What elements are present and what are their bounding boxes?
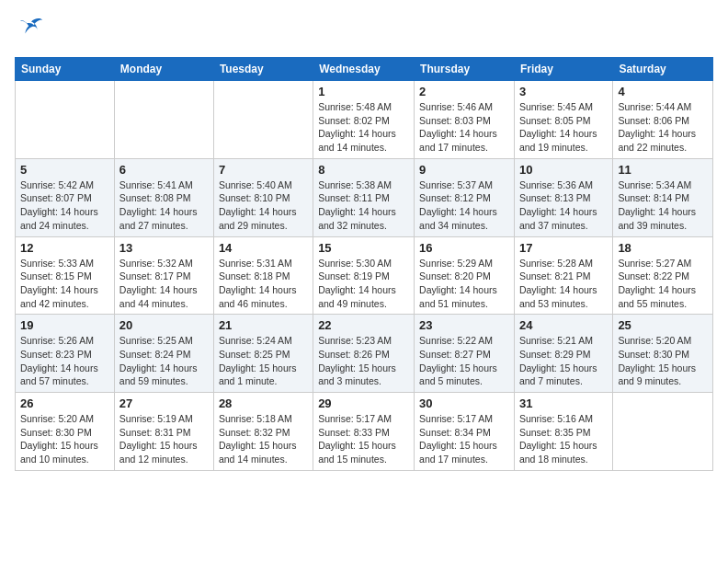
calendar-cell: 19Sunrise: 5:26 AM Sunset: 8:23 PM Dayli…: [16, 315, 115, 393]
day-info: Sunrise: 5:45 AM Sunset: 8:05 PM Dayligh…: [519, 100, 608, 155]
col-saturday: Saturday: [613, 58, 713, 81]
calendar-cell: 1Sunrise: 5:48 AM Sunset: 8:02 PM Daylig…: [313, 81, 415, 159]
day-info: Sunrise: 5:20 AM Sunset: 8:30 PM Dayligh…: [618, 334, 708, 388]
calendar-cell: 14Sunrise: 5:31 AM Sunset: 8:18 PM Dayli…: [213, 236, 313, 315]
col-wednesday: Wednesday: [313, 58, 415, 81]
calendar-cell: [213, 81, 313, 159]
calendar-cell: 11Sunrise: 5:34 AM Sunset: 8:14 PM Dayli…: [613, 158, 713, 236]
day-info: Sunrise: 5:32 AM Sunset: 8:17 PM Dayligh…: [119, 257, 209, 311]
page-header: [15, 15, 713, 46]
day-info: Sunrise: 5:26 AM Sunset: 8:23 PM Dayligh…: [20, 334, 109, 388]
calendar-cell: 30Sunrise: 5:17 AM Sunset: 8:34 PM Dayli…: [415, 393, 515, 471]
calendar-week-row: 1Sunrise: 5:48 AM Sunset: 8:02 PM Daylig…: [16, 81, 713, 159]
calendar-cell: 12Sunrise: 5:33 AM Sunset: 8:15 PM Dayli…: [16, 236, 115, 315]
day-number: 1: [318, 85, 409, 98]
day-info: Sunrise: 5:41 AM Sunset: 8:08 PM Dayligh…: [119, 178, 209, 233]
day-info: Sunrise: 5:18 AM Sunset: 8:32 PM Dayligh…: [219, 412, 308, 466]
day-number: 19: [20, 318, 109, 332]
day-info: Sunrise: 5:48 AM Sunset: 8:02 PM Dayligh…: [318, 100, 409, 155]
calendar-cell: 26Sunrise: 5:20 AM Sunset: 8:30 PM Dayli…: [16, 393, 115, 471]
day-number: 4: [618, 85, 708, 98]
calendar-cell: 27Sunrise: 5:19 AM Sunset: 8:31 PM Dayli…: [114, 393, 213, 471]
day-number: 18: [618, 241, 708, 255]
day-info: Sunrise: 5:33 AM Sunset: 8:15 PM Dayligh…: [20, 257, 109, 311]
day-info: Sunrise: 5:38 AM Sunset: 8:11 PM Dayligh…: [318, 178, 409, 233]
day-info: Sunrise: 5:44 AM Sunset: 8:06 PM Dayligh…: [618, 100, 708, 155]
calendar-cell: 21Sunrise: 5:24 AM Sunset: 8:25 PM Dayli…: [213, 315, 313, 393]
day-info: Sunrise: 5:24 AM Sunset: 8:25 PM Dayligh…: [219, 334, 308, 388]
calendar-cell: 22Sunrise: 5:23 AM Sunset: 8:26 PM Dayli…: [313, 315, 415, 393]
logo-bird-icon: [18, 15, 44, 40]
calendar-cell: 16Sunrise: 5:29 AM Sunset: 8:20 PM Dayli…: [415, 236, 515, 315]
day-info: Sunrise: 5:21 AM Sunset: 8:29 PM Dayligh…: [519, 334, 608, 388]
day-info: Sunrise: 5:25 AM Sunset: 8:24 PM Dayligh…: [119, 334, 209, 388]
col-friday: Friday: [514, 58, 612, 81]
day-number: 30: [419, 396, 509, 410]
day-info: Sunrise: 5:19 AM Sunset: 8:31 PM Dayligh…: [119, 412, 209, 466]
col-thursday: Thursday: [415, 58, 515, 81]
day-number: 25: [618, 318, 708, 332]
calendar-cell: 8Sunrise: 5:38 AM Sunset: 8:11 PM Daylig…: [313, 158, 415, 236]
day-number: 9: [419, 163, 509, 177]
day-number: 31: [519, 396, 608, 410]
day-number: 20: [119, 318, 209, 332]
calendar-cell: 25Sunrise: 5:20 AM Sunset: 8:30 PM Dayli…: [613, 315, 713, 393]
calendar-cell: 4Sunrise: 5:44 AM Sunset: 8:06 PM Daylig…: [613, 81, 713, 159]
day-number: 24: [519, 318, 608, 332]
day-number: 14: [219, 241, 308, 255]
day-number: 12: [20, 241, 109, 255]
calendar-cell: 6Sunrise: 5:41 AM Sunset: 8:08 PM Daylig…: [114, 158, 213, 236]
calendar-cell: 13Sunrise: 5:32 AM Sunset: 8:17 PM Dayli…: [114, 236, 213, 315]
calendar-cell: 10Sunrise: 5:36 AM Sunset: 8:13 PM Dayli…: [514, 158, 612, 236]
calendar-cell: 9Sunrise: 5:37 AM Sunset: 8:12 PM Daylig…: [415, 158, 515, 236]
day-info: Sunrise: 5:23 AM Sunset: 8:26 PM Dayligh…: [318, 334, 409, 388]
day-info: Sunrise: 5:27 AM Sunset: 8:22 PM Dayligh…: [618, 257, 708, 311]
day-number: 8: [318, 163, 409, 177]
col-tuesday: Tuesday: [213, 58, 313, 81]
day-number: 7: [219, 163, 308, 177]
calendar-cell: 24Sunrise: 5:21 AM Sunset: 8:29 PM Dayli…: [514, 315, 612, 393]
day-number: 10: [519, 163, 608, 177]
day-number: 28: [219, 396, 308, 410]
calendar-cell: 23Sunrise: 5:22 AM Sunset: 8:27 PM Dayli…: [415, 315, 515, 393]
calendar-cell: 5Sunrise: 5:42 AM Sunset: 8:07 PM Daylig…: [16, 158, 115, 236]
col-sunday: Sunday: [16, 58, 115, 81]
day-number: 16: [419, 241, 509, 255]
day-number: 27: [119, 396, 209, 410]
calendar-cell: 18Sunrise: 5:27 AM Sunset: 8:22 PM Dayli…: [613, 236, 713, 315]
day-number: 3: [519, 85, 608, 98]
day-info: Sunrise: 5:37 AM Sunset: 8:12 PM Dayligh…: [419, 178, 509, 233]
calendar-week-row: 26Sunrise: 5:20 AM Sunset: 8:30 PM Dayli…: [16, 393, 713, 471]
day-info: Sunrise: 5:31 AM Sunset: 8:18 PM Dayligh…: [219, 257, 308, 311]
day-info: Sunrise: 5:30 AM Sunset: 8:19 PM Dayligh…: [318, 257, 409, 311]
day-number: 29: [318, 396, 409, 410]
day-number: 13: [119, 241, 209, 255]
calendar-cell: 17Sunrise: 5:28 AM Sunset: 8:21 PM Dayli…: [514, 236, 612, 315]
header-row: Sunday Monday Tuesday Wednesday Thursday…: [16, 58, 713, 81]
calendar-cell: 3Sunrise: 5:45 AM Sunset: 8:05 PM Daylig…: [514, 81, 612, 159]
calendar-cell: 28Sunrise: 5:18 AM Sunset: 8:32 PM Dayli…: [213, 393, 313, 471]
col-monday: Monday: [114, 58, 213, 81]
calendar-cell: [613, 393, 713, 471]
day-info: Sunrise: 5:28 AM Sunset: 8:21 PM Dayligh…: [519, 257, 608, 311]
day-info: Sunrise: 5:20 AM Sunset: 8:30 PM Dayligh…: [20, 412, 109, 466]
calendar-cell: 2Sunrise: 5:46 AM Sunset: 8:03 PM Daylig…: [415, 81, 515, 159]
day-number: 2: [419, 85, 509, 98]
calendar-cell: [16, 81, 115, 159]
day-number: 21: [219, 318, 308, 332]
day-info: Sunrise: 5:36 AM Sunset: 8:13 PM Dayligh…: [519, 178, 608, 233]
calendar-cell: 15Sunrise: 5:30 AM Sunset: 8:19 PM Dayli…: [313, 236, 415, 315]
calendar-cell: [114, 81, 213, 159]
calendar-cell: 7Sunrise: 5:40 AM Sunset: 8:10 PM Daylig…: [213, 158, 313, 236]
calendar-week-row: 5Sunrise: 5:42 AM Sunset: 8:07 PM Daylig…: [16, 158, 713, 236]
day-number: 22: [318, 318, 409, 332]
calendar-week-row: 19Sunrise: 5:26 AM Sunset: 8:23 PM Dayli…: [16, 315, 713, 393]
day-number: 17: [519, 241, 608, 255]
day-info: Sunrise: 5:46 AM Sunset: 8:03 PM Dayligh…: [419, 100, 509, 155]
day-info: Sunrise: 5:16 AM Sunset: 8:35 PM Dayligh…: [519, 412, 608, 466]
calendar-cell: 29Sunrise: 5:17 AM Sunset: 8:33 PM Dayli…: [313, 393, 415, 471]
day-info: Sunrise: 5:40 AM Sunset: 8:10 PM Dayligh…: [219, 178, 308, 233]
day-info: Sunrise: 5:34 AM Sunset: 8:14 PM Dayligh…: [618, 178, 708, 233]
day-info: Sunrise: 5:29 AM Sunset: 8:20 PM Dayligh…: [419, 257, 509, 311]
day-info: Sunrise: 5:17 AM Sunset: 8:34 PM Dayligh…: [419, 412, 509, 466]
